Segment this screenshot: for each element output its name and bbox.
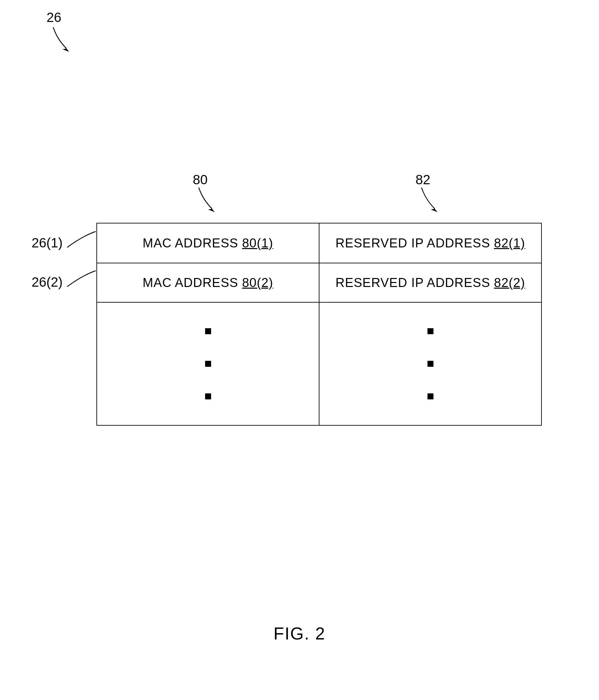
cell-ip-1: RESERVED IP ADDRESS 82(1)	[319, 223, 541, 263]
lead-row-26-2	[66, 269, 97, 289]
svg-marker-1	[208, 209, 215, 212]
cell-mac-1: MAC ADDRESS 80(1)	[97, 223, 319, 263]
table-continuation	[97, 302, 541, 425]
cell-ip-2: RESERVED IP ADDRESS 82(2)	[319, 264, 541, 302]
dot-icon	[427, 328, 434, 334]
cell-text: MAC ADDRESS 80(1)	[142, 236, 273, 250]
dot-icon	[205, 328, 211, 334]
table-row: MAC ADDRESS 80(1) RESERVED IP ADDRESS 82…	[97, 223, 541, 263]
dot-icon	[427, 361, 434, 367]
cell-text: RESERVED IP ADDRESS 82(2)	[335, 276, 525, 290]
row-ref-26-1: 26(1)	[32, 235, 62, 250]
row-ref-26-2: 26(2)	[32, 275, 62, 290]
dot-icon	[427, 393, 434, 399]
arrow-26	[51, 26, 74, 56]
dot-icon	[205, 361, 211, 367]
col-ref-80: 80	[193, 172, 208, 187]
vdots-col2	[319, 303, 541, 425]
cell-text: MAC ADDRESS 80(2)	[142, 276, 273, 290]
mapping-table: MAC ADDRESS 80(1) RESERVED IP ADDRESS 82…	[96, 223, 542, 426]
arrow-col-82	[419, 186, 442, 216]
vdots-col1	[97, 303, 319, 425]
figure-ref-26: 26	[47, 10, 61, 25]
svg-marker-0	[62, 49, 69, 52]
svg-marker-2	[431, 209, 438, 212]
arrow-col-80	[196, 186, 219, 216]
figure-caption: FIG. 2	[0, 624, 599, 644]
cell-mac-2: MAC ADDRESS 80(2)	[97, 264, 319, 302]
lead-row-26-1	[66, 229, 97, 249]
table-row: MAC ADDRESS 80(2) RESERVED IP ADDRESS 82…	[97, 263, 541, 302]
dot-icon	[205, 393, 211, 399]
cell-text: RESERVED IP ADDRESS 82(1)	[335, 236, 525, 250]
col-ref-82: 82	[416, 172, 431, 187]
